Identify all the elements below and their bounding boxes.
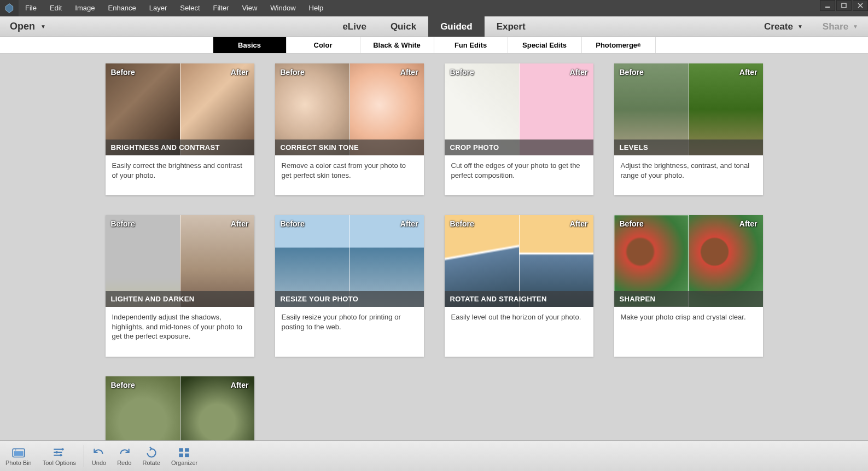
menu-window[interactable]: Window <box>264 0 302 16</box>
svg-rect-12 <box>185 453 189 457</box>
card-description: Easily resize your photo for printing or… <box>275 307 424 347</box>
category-tab-special-edits[interactable]: Special Edits <box>508 37 582 53</box>
after-label: After <box>400 68 418 77</box>
svg-rect-1 <box>842 3 846 8</box>
svg-point-8 <box>154 454 155 455</box>
guided-card-sharpen[interactable]: BeforeAfterSHARPENMake your photo crisp … <box>614 215 763 357</box>
mode-tab-elive[interactable]: eLive <box>330 16 378 37</box>
mode-tab-quick[interactable]: Quick <box>378 16 428 37</box>
category-tabs: BasicsColorBlack & WhiteFun EditsSpecial… <box>0 37 868 54</box>
menu-file[interactable]: File <box>19 0 43 16</box>
card-description: Easily level out the horizon of your pho… <box>445 307 593 342</box>
before-label: Before <box>111 68 135 77</box>
card-title: ROTATE AND STRAIGHTEN <box>445 291 593 307</box>
maximize-button[interactable] <box>836 0 852 11</box>
svg-rect-3 <box>14 451 23 456</box>
guided-card-resize[interactable]: BeforeAfterRESIZE YOUR PHOTOEasily resiz… <box>275 215 424 357</box>
undo-button[interactable]: Undo <box>86 441 112 471</box>
organizer-button[interactable]: Organizer <box>166 441 203 471</box>
bottom-toolbar: Photo Bin Tool Options Undo Redo Rotate … <box>0 440 868 471</box>
before-label: Before <box>281 219 305 228</box>
close-button[interactable] <box>853 0 868 11</box>
card-title: CORRECT SKIN TONE <box>275 139 424 155</box>
photo-bin-icon <box>11 446 26 458</box>
card-preview: BeforeAfterCROP PHOTO <box>445 63 593 155</box>
open-label: Open <box>10 21 35 32</box>
after-label: After <box>231 68 249 77</box>
window-controls <box>819 0 868 11</box>
card-preview: BeforeAfterLEVELS <box>614 63 763 155</box>
card-description: Cut off the edges of your photo to get t… <box>445 155 593 195</box>
undo-label: Undo <box>92 460 106 466</box>
rotate-label: Rotate <box>142 460 160 466</box>
card-title: BRIGHTNESS AND CONTRAST <box>106 139 254 155</box>
card-title: SHARPEN <box>614 291 763 307</box>
menu-view[interactable]: View <box>235 0 264 16</box>
caret-down-icon: ▼ <box>40 24 46 30</box>
guided-card-pencils[interactable]: BeforeAfterCROP PHOTOCut off the edges o… <box>445 63 593 195</box>
mode-tab-guided[interactable]: Guided <box>428 16 485 37</box>
caret-down-icon: ▼ <box>797 24 803 30</box>
menu-filter[interactable]: Filter <box>207 0 236 16</box>
card-preview: BeforeAfterCORRECT SKIN TONE <box>275 63 424 155</box>
category-tab-fun-edits[interactable]: Fun Edits <box>434 37 508 53</box>
after-label: After <box>570 219 588 228</box>
menu-edit[interactable]: Edit <box>43 0 68 16</box>
redo-button[interactable]: Redo <box>112 441 137 471</box>
card-preview: BeforeAfterROTATE AND STRAIGHTEN <box>445 215 593 307</box>
photo-bin-button[interactable]: Photo Bin <box>0 441 37 471</box>
rotate-icon <box>144 446 159 458</box>
before-label: Before <box>111 219 135 228</box>
card-preview: BeforeAfterSHARPEN <box>614 215 763 307</box>
menu-select[interactable]: Select <box>173 0 206 16</box>
menu-bar: FileEditImageEnhanceLayerSelectFilterVie… <box>0 0 868 16</box>
rotate-button[interactable]: Rotate <box>137 441 165 471</box>
menu-enhance[interactable]: Enhance <box>102 0 143 16</box>
photo-bin-label: Photo Bin <box>5 460 32 466</box>
tool-options-button[interactable]: Tool Options <box>37 441 81 471</box>
guided-card-baby[interactable]: BeforeAfterCORRECT SKIN TONERemove a col… <box>275 63 424 195</box>
app-icon <box>0 0 19 16</box>
svg-rect-11 <box>179 453 183 457</box>
category-tab-photomerge[interactable]: Photomerge® <box>582 37 656 53</box>
guided-content: BeforeAfterBRIGHTNESS AND CONTRASTEasily… <box>0 54 868 471</box>
mode-toolbar: Open ▼ eLiveQuickGuidedExpert Create ▼ S… <box>0 16 868 37</box>
after-label: After <box>739 219 758 228</box>
menu-layer[interactable]: Layer <box>143 0 174 16</box>
svg-rect-0 <box>825 7 830 8</box>
after-label: After <box>400 219 418 228</box>
card-title: RESIZE YOUR PHOTO <box>275 291 424 307</box>
guided-card-boy[interactable]: BeforeAfterBRIGHTNESS AND CONTRASTEasily… <box>106 63 254 195</box>
card-description: Independently adjust the shadows, highli… <box>106 307 254 357</box>
guided-card-rotate[interactable]: BeforeAfterROTATE AND STRAIGHTENEasily l… <box>445 215 593 357</box>
share-label: Share <box>823 21 848 32</box>
before-label: Before <box>450 219 474 228</box>
category-tab-color[interactable]: Color <box>287 37 360 53</box>
category-tab-black-white[interactable]: Black & White <box>360 37 434 53</box>
before-label: Before <box>620 219 644 228</box>
separator <box>84 445 84 467</box>
create-label: Create <box>764 21 793 32</box>
category-tab-basics[interactable]: Basics <box>213 37 287 53</box>
open-button[interactable]: Open ▼ <box>0 16 54 37</box>
guided-card-lighten[interactable]: BeforeAfterLIGHTEN AND DARKENIndependent… <box>106 215 254 357</box>
card-title: LEVELS <box>614 139 763 155</box>
tool-options-icon <box>52 446 66 458</box>
menu-image[interactable]: Image <box>68 0 101 16</box>
undo-icon <box>92 446 106 458</box>
share-button[interactable]: Share ▼ <box>813 21 868 32</box>
before-label: Before <box>111 381 135 389</box>
guided-card-levels[interactable]: BeforeAfterLEVELSAdjust the brightness, … <box>614 63 763 195</box>
minimize-button[interactable] <box>820 0 835 11</box>
create-button[interactable]: Create ▼ <box>754 21 813 32</box>
after-label: After <box>739 68 758 77</box>
organizer-icon <box>177 446 191 458</box>
before-label: Before <box>450 68 474 77</box>
before-label: Before <box>620 68 644 77</box>
card-description: Adjust the brightness, contrast, and ton… <box>614 155 763 195</box>
mode-tab-expert[interactable]: Expert <box>485 16 538 37</box>
after-label: After <box>570 68 588 77</box>
svg-rect-9 <box>179 448 183 451</box>
svg-rect-10 <box>185 448 189 451</box>
menu-help[interactable]: Help <box>302 0 330 16</box>
